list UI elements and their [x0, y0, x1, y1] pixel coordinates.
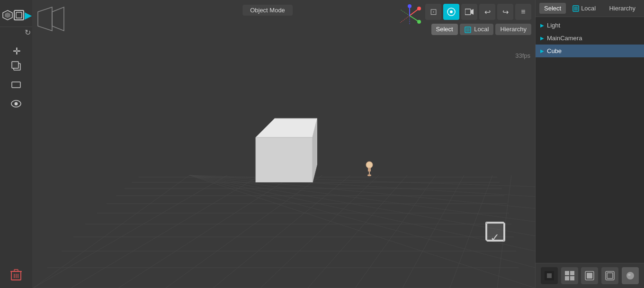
- svg-line-23: [189, 175, 535, 288]
- eye-tool-button[interactable]: [8, 95, 25, 112]
- svg-marker-32: [52, 7, 64, 31]
- svg-marker-33: [256, 137, 313, 182]
- side-tools-group: [0, 57, 32, 112]
- check-mark-overlay: ✓: [485, 231, 504, 244]
- svg-point-83: [626, 272, 634, 279]
- hierarchy-item-camera-label: MainCamera: [547, 35, 582, 42]
- cube-3d-object: [251, 114, 317, 182]
- light-arrow-icon: ▶: [540, 23, 544, 28]
- svg-rect-59: [16, 12, 22, 18]
- hierarchy-header-button[interactable]: Hierarchy: [604, 3, 640, 14]
- svg-rect-62: [12, 82, 20, 88]
- panel-bottom-toolbar: [536, 263, 644, 288]
- svg-point-47: [417, 20, 421, 24]
- logo-button[interactable]: [2, 7, 13, 24]
- delete-button[interactable]: [8, 266, 25, 283]
- hierarchy-item-light-label: Light: [547, 22, 560, 29]
- svg-line-43: [400, 9, 410, 16]
- rect-tool-button[interactable]: [8, 76, 25, 93]
- svg-line-30: [189, 175, 535, 187]
- shading-solid-button[interactable]: [581, 267, 598, 284]
- hierarchy-item-cube[interactable]: ▶ Cube: [536, 45, 644, 57]
- svg-line-4: [166, 175, 322, 288]
- svg-rect-67: [14, 270, 18, 271]
- svg-line-3: [118, 175, 294, 288]
- svg-point-64: [15, 102, 18, 106]
- hierarchy-list: ▶ Light ▶ MainCamera ▶ Cube: [536, 17, 644, 263]
- panel-header: Select Local Hierarchy: [536, 0, 644, 17]
- svg-rect-78: [570, 276, 574, 280]
- menu-button[interactable]: ≡: [515, 4, 531, 20]
- local-header-button[interactable]: Local: [568, 3, 600, 14]
- svg-line-41: [400, 16, 410, 23]
- svg-line-6: [260, 175, 379, 288]
- svg-rect-76: [570, 271, 574, 275]
- svg-line-29: [189, 175, 535, 197]
- move-tool-button[interactable]: ✛: [10, 45, 23, 57]
- camera-wireframe-icon: [38, 7, 64, 31]
- svg-rect-80: [587, 273, 592, 279]
- hierarchy-item-light[interactable]: ▶ Light: [536, 19, 644, 32]
- hierarchy-item-maincamera[interactable]: ▶ MainCamera: [536, 32, 644, 45]
- viewport[interactable]: Object Mode 33fps: [0, 0, 535, 288]
- hierarchy-button[interactable]: Hierarchy: [495, 24, 531, 35]
- svg-rect-75: [565, 271, 569, 275]
- shading-grid-button[interactable]: [561, 267, 578, 284]
- light-scene-icon: [365, 161, 374, 180]
- svg-rect-72: [574, 7, 578, 10]
- svg-rect-61: [12, 62, 18, 68]
- play-button[interactable]: ▶: [25, 7, 32, 24]
- hierarchy-item-cube-label: Cube: [547, 47, 562, 54]
- cube-arrow-icon: ▶: [540, 48, 544, 54]
- svg-marker-52: [471, 9, 474, 15]
- redo-button[interactable]: ↪: [497, 4, 513, 20]
- nav-gizmo-widget: [398, 4, 421, 27]
- svg-point-36: [366, 162, 373, 168]
- svg-marker-74: [547, 273, 552, 278]
- svg-line-26: [189, 175, 535, 236]
- left-toolbar: ▶ ✛ ↻: [0, 0, 32, 288]
- svg-rect-77: [565, 276, 569, 280]
- svg-rect-82: [607, 273, 613, 279]
- camera-arrow-icon: ▶: [540, 36, 544, 41]
- select-bar: Select Local Hierarchy: [431, 24, 531, 35]
- svg-point-84: [628, 274, 631, 276]
- svg-line-8: [355, 175, 436, 288]
- shading-dark-button[interactable]: [541, 267, 558, 284]
- camera-view-button[interactable]: [443, 4, 459, 20]
- svg-line-9: [402, 175, 464, 288]
- svg-point-39: [367, 174, 371, 176]
- svg-line-7: [308, 175, 407, 288]
- svg-point-50: [450, 10, 453, 13]
- select-header-button[interactable]: Select: [539, 3, 566, 14]
- toolbar-top-group: ▶: [0, 4, 32, 27]
- svg-line-5: [213, 175, 350, 288]
- refresh-button[interactable]: ↻: [21, 26, 34, 38]
- svg-point-48: [408, 4, 411, 8]
- svg-marker-57: [5, 12, 10, 18]
- svg-marker-34: [256, 118, 317, 137]
- svg-rect-37: [368, 168, 371, 171]
- svg-line-1: [33, 175, 227, 288]
- svg-line-24: [189, 175, 535, 268]
- fps-counter: 33fps: [515, 52, 530, 59]
- video-button[interactable]: [461, 4, 477, 20]
- ortho-view-button[interactable]: ⊡: [425, 4, 441, 20]
- select-button[interactable]: Select: [431, 24, 458, 35]
- undo-button[interactable]: ↩: [479, 4, 495, 20]
- right-panel: Select Local Hierarchy ▶ Light ▶ MainCam…: [535, 0, 644, 288]
- svg-point-46: [417, 7, 421, 10]
- bottom-tools-group: [0, 266, 32, 283]
- local-button[interactable]: Local: [460, 24, 494, 35]
- svg-rect-58: [14, 10, 24, 20]
- cube-icon-button[interactable]: [13, 7, 25, 24]
- mode-bar[interactable]: Object Mode: [242, 5, 293, 16]
- svg-rect-54: [466, 28, 470, 32]
- copy-tool-button[interactable]: [8, 57, 25, 74]
- svg-marker-31: [38, 7, 52, 31]
- mode-label: Object Mode: [250, 7, 285, 14]
- svg-rect-51: [465, 9, 471, 15]
- svg-line-28: [189, 175, 535, 208]
- shading-sphere-button[interactable]: [622, 267, 639, 284]
- shading-outline-button[interactable]: [601, 267, 618, 284]
